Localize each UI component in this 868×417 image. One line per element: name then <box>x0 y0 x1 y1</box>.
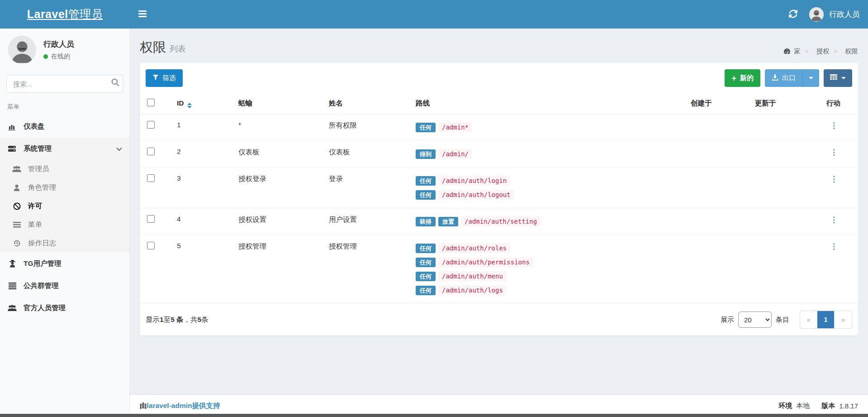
sidebar-item-label: 官方人员管理 <box>24 303 66 313</box>
row-checkbox[interactable] <box>147 148 155 155</box>
navbar-right: 行政人员 <box>789 7 860 22</box>
breadcrumb-item[interactable]: 权限 <box>829 47 858 56</box>
sidebar-item-dashboard[interactable]: 仪表盘 <box>0 115 129 138</box>
ban-icon <box>12 202 22 210</box>
sidebar-item-role-management[interactable]: 角色管理 <box>0 178 129 197</box>
search-button[interactable] <box>111 78 119 88</box>
method-badge: 获得 <box>416 217 436 226</box>
cell-id: 1 <box>172 114 234 141</box>
cell-id: 2 <box>172 141 234 168</box>
new-button-label: 新的 <box>740 74 754 82</box>
table-row: 2仪表板仪表板得到/admin/⋮ <box>140 141 858 168</box>
navbar-rest: 行政人员 <box>130 0 868 29</box>
export-button[interactable]: 出口 <box>765 69 803 87</box>
navbar-user-menu[interactable]: 行政人员 <box>809 7 860 22</box>
sidebar-item-menu[interactable]: 菜单 <box>0 216 129 234</box>
row-actions-button[interactable]: ⋮ <box>826 121 841 130</box>
cell-name: 所有权限 <box>324 114 411 141</box>
filter-button[interactable]: 筛选 <box>146 69 183 87</box>
user-secret-icon <box>7 260 17 268</box>
sidebar: 行政人员 在线的 菜单 仪表盘系统管理管理员角色管理许可菜单操作日志TG用户管理… <box>0 29 130 417</box>
grid-toolbar: 筛选 + 新的 <box>140 63 858 93</box>
search-input[interactable] <box>6 75 123 93</box>
server-icon <box>7 145 17 153</box>
route-line: 任何/admin/auth/roles <box>416 243 682 253</box>
method-badge: 任何 <box>416 176 436 186</box>
sidebar-item-label: 公共群管理 <box>24 281 59 291</box>
method-badge: 任何 <box>416 123 436 132</box>
cell-routes: 任何/admin/auth/login任何/admin/auth/logout <box>411 168 686 208</box>
sidebar-item-permission[interactable]: 许可 <box>0 197 129 216</box>
pager-page[interactable]: 1 <box>817 311 835 328</box>
column-selector-button[interactable] <box>824 69 852 87</box>
route-line: 任何/admin/auth/menu <box>416 271 682 281</box>
route-path: /admin/auth/logout <box>438 190 514 200</box>
breadcrumb-item[interactable]: 家 <box>783 47 801 56</box>
sidebar-item-official-staff-management[interactable]: 官方人员管理 <box>0 297 129 319</box>
content-spacer <box>130 336 868 394</box>
sidebar-item-operation-log[interactable]: 操作日志 <box>0 234 129 253</box>
column-header: 路线 <box>411 93 686 114</box>
export-button-label: 出口 <box>782 74 796 82</box>
sidebar-user-status-text: 在线的 <box>51 53 70 61</box>
route-path: /admin/auth/login <box>438 176 510 186</box>
refresh-button[interactable] <box>789 10 797 19</box>
row-actions-button[interactable]: ⋮ <box>826 174 841 184</box>
cell-updated <box>750 168 822 208</box>
download-icon <box>772 74 778 82</box>
sidebar-item-public-group-management[interactable]: 公共群管理 <box>0 275 129 297</box>
cell-slug: 授权登录 <box>234 168 324 208</box>
table-head: ID蛞蝓姓名路线创建于更新于行动 <box>140 93 858 114</box>
per-page-label-left: 展示 <box>721 316 734 324</box>
breadcrumb-item[interactable]: 授权 <box>801 47 830 56</box>
filter-button-label: 筛选 <box>162 74 176 82</box>
method-badge: 任何 <box>416 286 436 295</box>
powered-by: 由laravel-admin提供支持 <box>140 401 220 411</box>
cell-updated <box>750 114 822 141</box>
sidebar-menu-header: 菜单 <box>0 96 129 115</box>
route-path: /admin* <box>438 122 472 132</box>
sidebar-item-administrators[interactable]: 管理员 <box>0 160 129 178</box>
toolbar-right: + 新的 出口 <box>725 69 852 87</box>
history-icon <box>12 240 22 247</box>
content: 权限列表 家授权权限 筛选 + <box>130 29 868 394</box>
app-logo-rest: 管理员 <box>68 7 103 22</box>
content-header: 权限列表 家授权权限 <box>130 29 868 63</box>
cell-slug: * <box>234 114 324 141</box>
app-logo[interactable]: Laravel管理员 <box>0 0 130 29</box>
sidebar-user-status: 在线的 <box>43 53 74 61</box>
export-dropdown-button[interactable] <box>803 69 819 87</box>
cell-created <box>686 235 750 304</box>
admin-page: Laravel管理员 行政人员 <box>0 0 868 417</box>
new-button[interactable]: + 新的 <box>725 69 760 87</box>
method-badge: 任何 <box>416 244 436 253</box>
row-checkbox[interactable] <box>147 174 155 182</box>
column-header: 姓名 <box>324 93 411 114</box>
pager-nav: « <box>800 311 817 328</box>
user-icon <box>12 184 22 192</box>
route-path: /admin/ <box>438 149 472 159</box>
grid-box: 筛选 + 新的 <box>140 63 858 336</box>
sidebar-section-system-admin: 系统管理管理员角色管理许可菜单操作日志 <box>0 138 129 253</box>
column-header: 蛞蝓 <box>234 93 324 114</box>
per-page-select[interactable]: 20 <box>738 312 772 328</box>
sort-icon[interactable] <box>187 103 192 108</box>
column-header: ID <box>172 93 234 114</box>
method-badge: 任何 <box>416 272 436 281</box>
row-checkbox[interactable] <box>147 121 155 129</box>
list-icon <box>12 222 22 228</box>
route-path: /admin/auth/menu <box>438 271 507 281</box>
cell-slug: 仪表板 <box>234 141 324 168</box>
row-checkbox[interactable] <box>147 242 155 249</box>
row-checkbox[interactable] <box>147 215 155 223</box>
env-version: 环境本地 版本1.8.17 <box>778 402 858 410</box>
sidebar-item-system-admin[interactable]: 系统管理 <box>0 138 129 160</box>
row-actions-button[interactable]: ⋮ <box>826 242 841 251</box>
sidebar-item-tg-user-management[interactable]: TG用户管理 <box>0 253 129 275</box>
row-actions-button[interactable]: ⋮ <box>826 148 841 157</box>
laravel-admin-link[interactable]: laravel-admin提供支持 <box>147 402 220 409</box>
row-actions-button[interactable]: ⋮ <box>826 215 841 225</box>
select-all-checkbox[interactable] <box>147 99 155 106</box>
sidebar-toggle-button[interactable] <box>130 0 155 29</box>
cell-slug: 授权设置 <box>234 208 324 235</box>
